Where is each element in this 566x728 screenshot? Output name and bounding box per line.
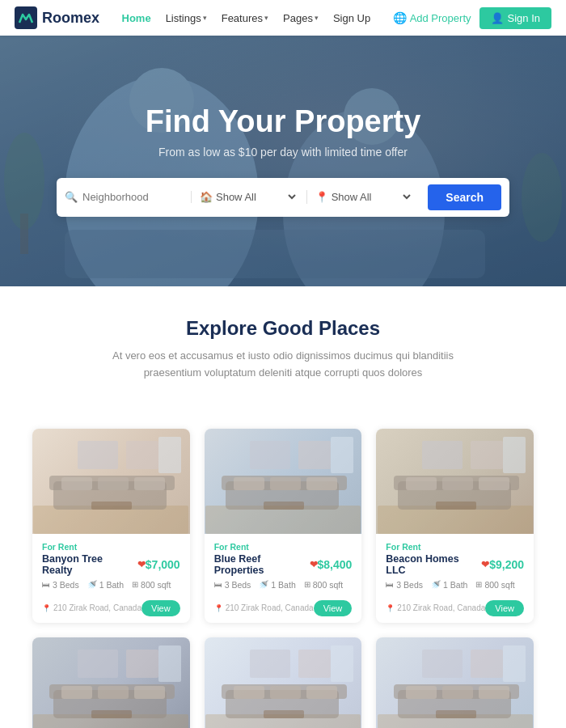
size-icon: ⊞ bbox=[304, 580, 310, 589]
category-select[interactable]: Show All bbox=[213, 190, 298, 204]
chevron-down-icon: ▾ bbox=[203, 14, 207, 22]
svg-rect-17 bbox=[126, 441, 158, 469]
property-address: 📍 210 Zirak Road, Canada bbox=[214, 603, 314, 612]
property-card: For Rent Bluebell Real Estate ❤ $6,500 🛏… bbox=[32, 637, 190, 728]
svg-rect-48 bbox=[134, 686, 165, 699]
property-card: For Rent Found Property Group ❤ $2,850 🛏… bbox=[205, 637, 362, 728]
svg-rect-37 bbox=[479, 477, 509, 490]
property-price: $8,400 bbox=[318, 558, 353, 571]
svg-rect-25 bbox=[270, 477, 301, 490]
neighborhood-input[interactable] bbox=[78, 191, 183, 203]
svg-rect-29 bbox=[264, 502, 304, 510]
property-name: Banyon Tree Realty ❤ bbox=[42, 553, 146, 576]
view-button[interactable]: View bbox=[314, 600, 353, 616]
globe-icon: 🌐 bbox=[393, 11, 407, 24]
svg-rect-47 bbox=[98, 686, 129, 699]
property-price: $7,000 bbox=[146, 558, 180, 571]
svg-rect-70 bbox=[479, 686, 509, 699]
property-address: 📍 210 Zirak Road, Canada bbox=[42, 603, 142, 612]
explore-subtitle: At vero eos et accusamus et iusto odio d… bbox=[97, 348, 469, 382]
property-footer: 📍 210 Zirak Road, Canada View bbox=[376, 594, 534, 623]
svg-rect-63 bbox=[331, 645, 353, 682]
bath-icon: 🚿 bbox=[431, 580, 441, 589]
property-status: For Rent bbox=[214, 542, 353, 552]
heart-icon: ❤ bbox=[481, 559, 489, 570]
svg-rect-32 bbox=[378, 506, 533, 534]
size-feature: ⊞ 800 sqft bbox=[475, 580, 514, 590]
search-button[interactable]: Search bbox=[428, 184, 501, 210]
add-property-button[interactable]: 🌐 Add Property bbox=[393, 11, 471, 24]
svg-rect-60 bbox=[250, 650, 290, 678]
svg-rect-73 bbox=[436, 710, 476, 718]
property-features: 🛏 3 Beds 🚿 1 Bath ⊞ 800 sqft bbox=[42, 580, 180, 590]
bed-icon: 🛏 bbox=[214, 580, 222, 589]
navbar: Roomex Home Listings ▾ Features ▾ Pages … bbox=[0, 0, 566, 36]
svg-rect-69 bbox=[442, 686, 473, 699]
hero-content: Find Your Property From as low as $10 pe… bbox=[40, 105, 526, 217]
building-icon: 🏠 bbox=[200, 191, 213, 203]
svg-rect-39 bbox=[471, 441, 503, 469]
svg-rect-68 bbox=[406, 686, 437, 699]
property-image bbox=[32, 637, 190, 728]
svg-rect-30 bbox=[331, 437, 353, 473]
nav-links: Home Listings ▾ Features ▾ Pages ▾ Sign … bbox=[122, 12, 371, 24]
nav-home[interactable]: Home bbox=[122, 12, 151, 24]
location-select[interactable]: Show All bbox=[328, 190, 414, 204]
svg-rect-5 bbox=[65, 230, 485, 278]
map-pin-icon: 📍 bbox=[214, 604, 223, 612]
property-image bbox=[376, 637, 534, 728]
view-button[interactable]: View bbox=[142, 600, 180, 616]
explore-title: Explore Good Places bbox=[32, 317, 534, 340]
property-image bbox=[32, 429, 190, 534]
logo[interactable]: Roomex bbox=[15, 6, 99, 29]
svg-point-8 bbox=[522, 153, 562, 242]
property-footer: 📍 210 Zirak Road, Canada View bbox=[205, 594, 362, 623]
svg-rect-13 bbox=[61, 477, 92, 490]
sign-in-button[interactable]: 👤 Sign In bbox=[479, 7, 551, 29]
svg-rect-10 bbox=[33, 506, 188, 534]
bath-icon: 🚿 bbox=[259, 580, 268, 589]
explore-section: Explore Good Places At vero eos et accus… bbox=[0, 286, 566, 429]
nav-listings[interactable]: Listings ▾ bbox=[166, 12, 207, 24]
svg-rect-18 bbox=[91, 502, 132, 510]
svg-rect-15 bbox=[134, 477, 165, 490]
svg-rect-62 bbox=[264, 710, 304, 718]
svg-rect-50 bbox=[126, 650, 158, 678]
property-card: For Rent Banyon Tree Realty ❤ $7,000 🛏 3… bbox=[32, 429, 190, 623]
property-address: 📍 210 Zirak Road, Canada bbox=[386, 603, 485, 612]
hero-section: Find Your Property From as low as $10 pe… bbox=[0, 36, 566, 286]
property-name-row: Beacon Homes LLC ❤ $9,200 bbox=[386, 553, 524, 576]
svg-rect-41 bbox=[503, 437, 526, 473]
size-icon: ⊞ bbox=[132, 580, 138, 589]
svg-rect-71 bbox=[422, 650, 463, 678]
svg-rect-36 bbox=[442, 477, 473, 490]
svg-rect-26 bbox=[306, 477, 337, 490]
nav-features[interactable]: Features ▾ bbox=[222, 12, 268, 24]
svg-rect-61 bbox=[298, 650, 331, 678]
property-card: For Rent Beacon Homes LLC ❤ $9,200 🛏 3 B… bbox=[376, 429, 534, 623]
location-select-wrap: 📍 Show All bbox=[307, 190, 422, 204]
svg-rect-59 bbox=[306, 686, 337, 699]
svg-rect-28 bbox=[298, 441, 331, 469]
map-pin-icon: 📍 bbox=[42, 604, 51, 612]
bath-icon: 🚿 bbox=[87, 580, 97, 589]
bath-feature: 🚿 1 Bath bbox=[87, 580, 124, 590]
svg-rect-72 bbox=[471, 650, 503, 678]
property-card: For Rent Strive Partners Realty ❤ $8,100… bbox=[376, 637, 534, 728]
property-grid: For Rent Banyon Tree Realty ❤ $7,000 🛏 3… bbox=[0, 429, 566, 728]
size-feature: ⊞ 800 sqft bbox=[304, 580, 343, 590]
svg-rect-58 bbox=[270, 686, 301, 699]
property-features: 🛏 3 Beds 🚿 1 Bath ⊞ 800 sqft bbox=[386, 580, 524, 590]
view-button[interactable]: View bbox=[485, 600, 524, 616]
svg-rect-35 bbox=[406, 477, 437, 490]
property-card: For Rent Blue Reef Properties ❤ $8,400 🛏… bbox=[205, 429, 362, 623]
svg-rect-21 bbox=[205, 506, 361, 534]
svg-rect-51 bbox=[91, 710, 132, 718]
map-pin-icon: 📍 bbox=[386, 604, 395, 612]
nav-signup[interactable]: Sign Up bbox=[333, 12, 370, 24]
svg-rect-19 bbox=[158, 437, 181, 473]
property-footer: 📍 210 Zirak Road, Canada View bbox=[32, 594, 190, 623]
nav-pages[interactable]: Pages ▾ bbox=[283, 12, 319, 24]
svg-rect-40 bbox=[436, 502, 476, 510]
property-name: Beacon Homes LLC ❤ bbox=[386, 553, 489, 576]
